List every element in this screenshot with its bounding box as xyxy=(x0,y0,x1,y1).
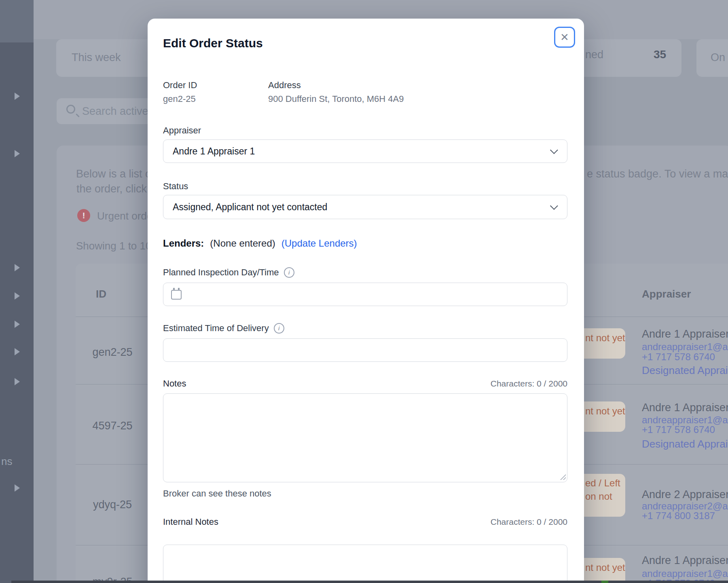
notes-header-row: Notes Characters: 0 / 2000 xyxy=(163,378,567,389)
status-badge-text-fragment: on not xyxy=(585,491,612,502)
search-icon xyxy=(66,105,75,114)
internal-notes-textarea[interactable] xyxy=(163,545,567,583)
notes-textarea[interactable] xyxy=(163,393,567,482)
calendar-icon xyxy=(171,290,182,300)
expand-arrow-icon[interactable] xyxy=(15,264,20,271)
planned-inspection-input[interactable] xyxy=(163,283,567,306)
expand-arrow-icon[interactable] xyxy=(15,93,20,100)
close-icon[interactable]: ✕ xyxy=(554,27,575,48)
appraiser-select[interactable]: Andre 1 Appraiser 1 xyxy=(163,139,567,163)
expand-arrow-icon[interactable] xyxy=(15,321,20,328)
chevron-down-icon xyxy=(550,146,558,154)
eta-label: Estimated Time of Delivery i xyxy=(163,323,284,334)
internal-notes-header-row: Internal Notes Characters: 0 / 2000 xyxy=(163,517,567,527)
status-badge-text-fragment: nt not yet xyxy=(585,562,625,573)
appraiser-select-value: Andre 1 Appraiser 1 xyxy=(173,146,255,157)
designated-appraiser-link[interactable]: Designated Appraise xyxy=(642,364,728,377)
status-select-value: Assigned, Applicant not yet contacted xyxy=(173,202,327,213)
appraiser-name: Andre 1 Appraiser 1 xyxy=(642,554,728,567)
update-lenders-link[interactable]: (Update Lenders) xyxy=(281,238,357,249)
sidebar: ns xyxy=(0,0,34,583)
window-bottom-edge xyxy=(11,581,728,583)
designated-appraiser-link[interactable]: Designated Appraise xyxy=(642,438,728,450)
stat-card-label-fragment: ned xyxy=(585,49,603,61)
sidebar-item-label-fragment: ns xyxy=(1,455,12,468)
expand-arrow-icon[interactable] xyxy=(15,150,20,157)
status-badge-text-fragment: ed / Left xyxy=(585,477,620,489)
intro-text-left: Below is a list o xyxy=(76,168,151,180)
internal-notes-character-counter: Characters: 0 / 2000 xyxy=(491,517,567,527)
order-id-value: gen2-25 xyxy=(163,94,196,104)
stat-card-on-hold[interactable]: On H xyxy=(696,39,728,77)
internal-notes-label: Internal Notes xyxy=(163,517,218,527)
expand-arrow-icon[interactable] xyxy=(15,378,20,385)
order-id-label: Order ID xyxy=(163,80,197,91)
intro-text-line2: the order, click xyxy=(76,183,147,195)
urgent-orders-label-fragment: Urgent orde xyxy=(97,210,152,222)
planned-inspection-label: Planned Inspection Day/Time i xyxy=(163,267,294,278)
table-row-id[interactable]: gen2-25 xyxy=(80,346,145,359)
appraiser-name: Andre 2 Appraiser 2 xyxy=(642,488,728,501)
modal-title: Edit Order Status xyxy=(163,36,263,50)
address-label: Address xyxy=(268,80,301,91)
status-badge-text-fragment: nt not yet xyxy=(585,406,625,417)
showing-count-label: Showing 1 to 100 xyxy=(76,240,157,252)
stat-card-value: 35 xyxy=(654,48,666,61)
status-select-label: Status xyxy=(163,181,188,192)
appraiser-phone-link[interactable]: +1 774 800 3187 xyxy=(642,510,715,522)
address-value: 900 Dufferin St, Toronto, M6H 4A9 xyxy=(268,94,404,104)
table-row-id[interactable]: ydyq-25 xyxy=(80,499,145,511)
intro-text-right: e status badge. To view a map xyxy=(587,168,728,180)
appraiser-phone-link[interactable]: +1 717 578 6740 xyxy=(642,351,715,363)
window-edge-accent xyxy=(601,581,608,583)
appraiser-select-label: Appraiser xyxy=(163,125,201,136)
notes-hint: Broker can see these notes xyxy=(163,488,271,499)
notes-character-counter: Characters: 0 / 2000 xyxy=(491,379,567,389)
urgent-alert-icon: ! xyxy=(77,209,90,222)
app-screen: ns This week ned 35 On H Search active o… xyxy=(0,0,728,583)
column-header-id[interactable]: ID xyxy=(96,288,106,300)
appraiser-name: Andre 1 Appraiser 1 xyxy=(642,328,728,340)
expand-arrow-icon[interactable] xyxy=(15,484,20,492)
appraiser-email-link[interactable]: andreappraiser1@andre xyxy=(642,341,728,353)
status-badge-text-fragment: nt not yet xyxy=(585,332,625,344)
status-select[interactable]: Assigned, Applicant not yet contacted xyxy=(163,195,567,219)
sidebar-top-section xyxy=(0,0,34,42)
eta-label-text: Estimated Time of Delivery xyxy=(163,323,269,334)
expand-arrow-icon[interactable] xyxy=(15,348,20,355)
appraiser-phone-link[interactable]: +1 717 578 6740 xyxy=(642,424,715,435)
info-icon[interactable]: i xyxy=(274,323,284,334)
chevron-down-icon xyxy=(550,202,558,210)
stat-card-label-fragment: On H xyxy=(711,51,728,64)
lenders-value: (None entered) xyxy=(210,238,275,249)
appraiser-name: Andre 1 Appraiser 1 xyxy=(642,401,728,414)
edit-order-status-modal: Edit Order Status ✕ Order ID gen2-25 Add… xyxy=(148,19,584,583)
column-header-appraiser[interactable]: Appraiser xyxy=(642,288,691,300)
eta-input[interactable] xyxy=(163,338,567,362)
table-row-id[interactable]: 4597-25 xyxy=(80,420,145,432)
lenders-row: Lenders: (None entered) (Update Lenders) xyxy=(163,238,357,249)
notes-label: Notes xyxy=(163,378,186,389)
info-icon[interactable]: i xyxy=(284,267,294,278)
lenders-label: Lenders: xyxy=(163,238,204,249)
expand-arrow-icon[interactable] xyxy=(15,292,20,300)
planned-inspection-label-text: Planned Inspection Day/Time xyxy=(163,267,279,278)
stat-card-label: This week xyxy=(72,51,121,64)
